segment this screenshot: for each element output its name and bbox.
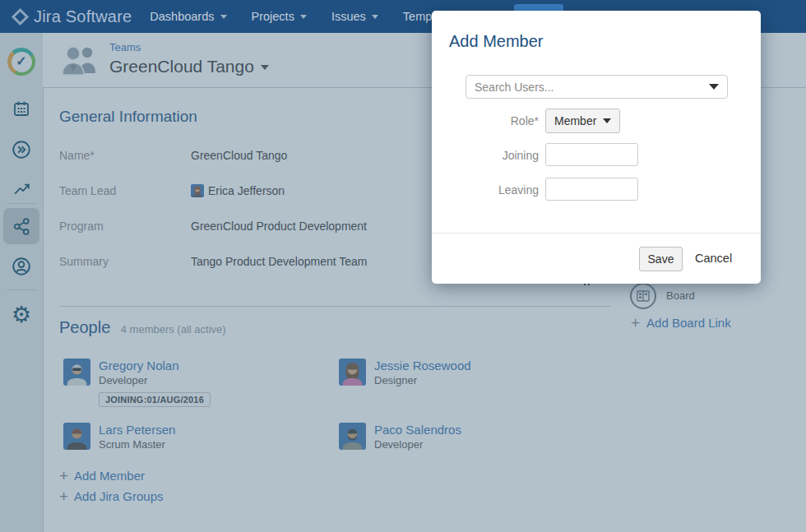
chevron-down-icon	[220, 15, 227, 19]
search-users-select[interactable]: Search Users...	[466, 75, 728, 99]
role-dropdown[interactable]: Member	[545, 109, 620, 133]
cancel-button[interactable]: Cancel	[695, 252, 732, 265]
nav-item-projects[interactable]: Projects	[252, 10, 307, 23]
search-users-placeholder: Search Users...	[475, 81, 709, 94]
chevron-down-icon	[372, 15, 378, 19]
joining-label: Joining	[432, 143, 539, 168]
nav-item-issues[interactable]: Issues	[331, 10, 378, 23]
chevron-down-icon	[603, 118, 611, 123]
save-button[interactable]: Save	[639, 247, 683, 271]
joining-date-input[interactable]	[545, 143, 638, 166]
jira-brand[interactable]: Jira Software	[14, 7, 132, 26]
nav-item-label: Issues	[331, 10, 366, 23]
jira-logo-icon	[12, 7, 29, 25]
role-label: Role*	[432, 109, 539, 133]
nav-menu: Dashboards Projects Issues Tempo	[150, 10, 451, 23]
role-value: Member	[554, 114, 596, 127]
dialog-title: Add Member	[449, 32, 544, 51]
chevron-down-icon	[300, 15, 307, 19]
nav-item-dashboards[interactable]: Dashboards	[150, 10, 226, 23]
add-member-dialog: Add Member Search Users... Role* Member …	[432, 11, 761, 284]
app-window: ✓	[0, 0, 806, 532]
chevron-down-icon	[709, 84, 719, 90]
dialog-footer-divider	[432, 233, 761, 234]
nav-item-label: Projects	[252, 10, 294, 23]
nav-item-label: Dashboards	[150, 10, 214, 23]
leaving-label: Leaving	[432, 178, 539, 202]
leaving-date-input[interactable]	[545, 178, 638, 201]
brand-label: Jira Software	[34, 7, 132, 26]
